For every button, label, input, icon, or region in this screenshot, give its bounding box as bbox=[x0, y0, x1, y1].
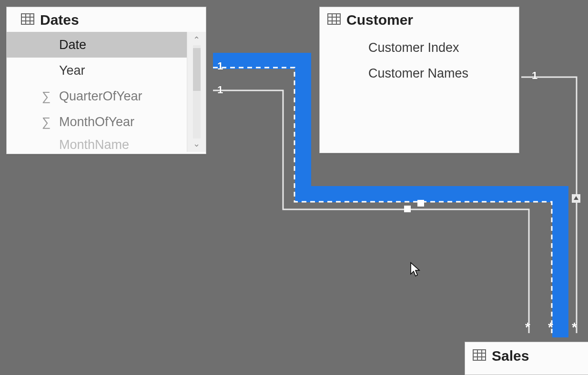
field-year[interactable]: Year bbox=[7, 58, 206, 83]
scroll-up-icon[interactable]: ⌃ bbox=[193, 35, 200, 45]
sigma-icon: ∑ bbox=[39, 115, 53, 129]
scroll-thumb[interactable] bbox=[193, 48, 201, 91]
field-list-dates: Date Year ∑ QuarterOfYear ∑ MonthOfYear … bbox=[7, 32, 206, 152]
table-card-sales[interactable]: Sales bbox=[465, 342, 588, 375]
cardinality-many-label: * bbox=[525, 320, 530, 335]
field-date[interactable]: Date bbox=[7, 32, 206, 58]
table-header-dates[interactable]: Dates bbox=[7, 7, 206, 32]
table-card-dates[interactable]: Dates Date Year ∑ QuarterOfYear ∑ MonthO… bbox=[6, 7, 206, 154]
table-title: Dates bbox=[40, 12, 79, 28]
cardinality-many-label-2: * bbox=[548, 320, 553, 335]
table-icon bbox=[473, 348, 486, 364]
filter-direction-indicator bbox=[572, 194, 580, 203]
table-header-sales[interactable]: Sales bbox=[465, 342, 588, 370]
cursor-icon bbox=[410, 262, 421, 277]
field-monthname[interactable]: MonthName bbox=[7, 135, 206, 149]
table-title: Sales bbox=[492, 348, 529, 364]
field-label: Date bbox=[59, 38, 86, 52]
cardinality-one-label-2: 1 bbox=[217, 84, 223, 96]
table-header-customer[interactable]: Customer bbox=[320, 7, 519, 32]
svg-rect-11 bbox=[473, 350, 486, 360]
table-title: Customer bbox=[346, 12, 413, 28]
svg-rect-6 bbox=[328, 14, 340, 24]
cardinality-one-label: 1 bbox=[217, 60, 223, 72]
table-card-customer[interactable]: Customer Customer Index Customer Names bbox=[319, 7, 519, 153]
svg-marker-16 bbox=[411, 263, 419, 276]
table-icon bbox=[21, 12, 34, 28]
svg-rect-1 bbox=[21, 14, 34, 24]
filter-direction-icon bbox=[417, 200, 424, 207]
field-label: Customer Index bbox=[368, 40, 459, 55]
cardinality-one-label-3: 1 bbox=[532, 69, 537, 82]
field-customer-names[interactable]: Customer Names bbox=[320, 60, 519, 86]
field-customer-index[interactable]: Customer Index bbox=[320, 35, 519, 60]
field-label: Year bbox=[59, 63, 85, 78]
filter-direction-icon-2 bbox=[404, 206, 411, 212]
svg-marker-0 bbox=[417, 201, 424, 206]
field-monthofyear[interactable]: ∑ MonthOfYear bbox=[7, 109, 206, 135]
field-quarterofyear[interactable]: ∑ QuarterOfYear bbox=[7, 83, 206, 109]
field-label: MonthOfYear bbox=[59, 115, 134, 129]
field-list-customer: Customer Index Customer Names bbox=[320, 32, 519, 86]
cardinality-many-label-3: * bbox=[572, 320, 577, 335]
scrollbar[interactable]: ⌃ ⌄ bbox=[187, 32, 206, 152]
relationship-customer-sales-line[interactable] bbox=[521, 77, 577, 333]
field-label: MonthName bbox=[59, 138, 129, 149]
scroll-track[interactable] bbox=[193, 45, 201, 138]
scroll-down-icon[interactable]: ⌄ bbox=[193, 138, 200, 149]
table-icon bbox=[327, 12, 341, 28]
field-label: QuarterOfYear bbox=[59, 89, 142, 104]
field-label: Customer Names bbox=[368, 66, 468, 81]
sigma-icon: ∑ bbox=[39, 89, 53, 104]
filter-direction-arrow-icon bbox=[574, 196, 578, 200]
